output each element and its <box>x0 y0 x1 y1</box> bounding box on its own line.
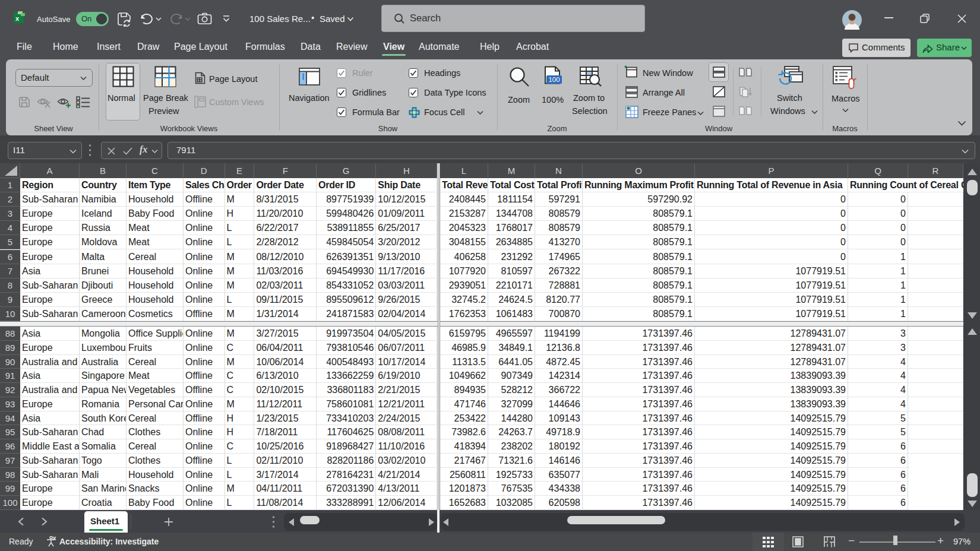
svg-text:100: 100 <box>548 76 559 83</box>
svg-text:x: x <box>15 15 20 22</box>
